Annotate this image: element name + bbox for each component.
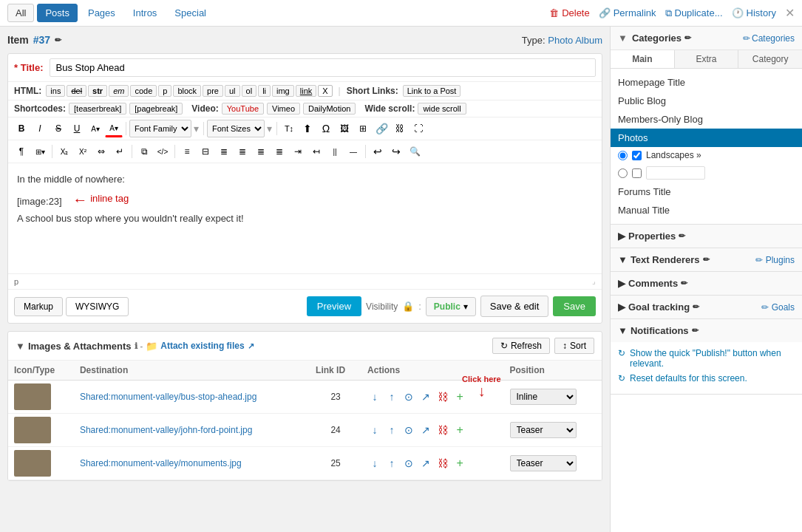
underline-btn[interactable]: U	[68, 120, 86, 137]
table-grid-btn[interactable]: ⊞▾	[31, 143, 49, 160]
font-family-select[interactable]: Font Family	[129, 120, 191, 137]
unlink-btn[interactable]: ⛓	[391, 120, 409, 137]
notifications-header[interactable]: ▼ Notifications ✏	[611, 319, 802, 342]
delete-file-btn[interactable]: ⛓	[435, 389, 450, 404]
properties-edit-icon[interactable]: ✏	[679, 231, 685, 241]
cat-item-forums[interactable]: Forums Title	[611, 183, 802, 201]
indent-btn[interactable]: T↕	[280, 120, 298, 137]
tab-special[interactable]: Special	[167, 4, 214, 21]
attach-existing-link[interactable]: Attach existing files	[160, 341, 244, 351]
html-block-btn[interactable]: block	[173, 85, 201, 97]
cat-tab-main[interactable]: Main	[611, 50, 675, 68]
delete-file-btn[interactable]: ⛓	[435, 456, 450, 471]
position-select[interactable]: InlineTeaserNoneBackground	[510, 389, 577, 405]
html-str-btn[interactable]: str	[88, 85, 107, 97]
open-link-btn[interactable]: ↗	[418, 456, 433, 471]
align-right-btn[interactable]: ≣	[252, 143, 270, 160]
preview-button[interactable]: Preview	[307, 296, 361, 316]
sort-button[interactable]: ↕ Sort	[554, 338, 594, 354]
superscript-btn[interactable]: X²	[74, 143, 92, 160]
youtube-btn[interactable]: YouTube	[222, 103, 264, 115]
html-pre-btn[interactable]: pre	[203, 85, 223, 97]
resize-handle[interactable]: ⌟	[592, 277, 596, 285]
plugins-action-link[interactable]: ✏ Plugins	[755, 255, 795, 265]
indent-out-btn[interactable]: ↤	[307, 143, 325, 160]
font-sizes-select[interactable]: Font Sizes	[207, 120, 265, 137]
pagebreak-btn[interactable]: [pagebreak]	[129, 103, 183, 115]
table-btn[interactable]: ⊞	[354, 120, 372, 137]
html-li-btn[interactable]: li	[258, 85, 271, 97]
properties-header[interactable]: ▶ Properties ✏	[611, 225, 802, 248]
delete-button[interactable]: 🗑 Delete	[549, 7, 590, 18]
html-ins-btn[interactable]: ins	[46, 85, 65, 97]
undo-btn[interactable]: ↩	[369, 143, 387, 160]
notifications-edit-icon[interactable]: ✏	[692, 326, 699, 335]
html-em-btn[interactable]: em	[109, 85, 129, 97]
ltr-btn[interactable]: ↵	[111, 143, 129, 160]
wysiwyg-tab[interactable]: WYSIWYG	[66, 297, 129, 316]
align-dropdown-btn[interactable]: A▾	[86, 120, 104, 137]
cat-item-public-blog[interactable]: Public Blog	[611, 92, 802, 110]
html-ul-btn[interactable]: ul	[225, 85, 240, 97]
close-button[interactable]: ✕	[785, 6, 795, 20]
special-chars-btn[interactable]: ⬆	[299, 120, 316, 137]
edit-id-icon[interactable]: ✏	[55, 35, 61, 45]
notif-link-1[interactable]: Show the quick "Publish!" button when re…	[630, 348, 795, 369]
teaserbreak-btn[interactable]: [teaserbreak]	[69, 103, 126, 115]
move-up-btn[interactable]: ↑	[384, 456, 399, 471]
rtl-btn[interactable]: ⇔	[92, 143, 110, 160]
find-btn[interactable]: 🔍	[406, 143, 424, 160]
goals-action-link[interactable]: ✏ Goals	[761, 302, 795, 313]
move-up-btn[interactable]: ↑	[384, 389, 399, 404]
editor-area[interactable]: In the middle of nowhere: [image:23] ← i…	[8, 163, 602, 274]
cat-item-homepage[interactable]: Homepage Title	[611, 73, 802, 92]
categories-edit-icon[interactable]: ✏	[684, 33, 691, 43]
subscript-btn[interactable]: X₂	[55, 143, 73, 160]
italic-btn[interactable]: I	[31, 120, 49, 137]
delete-file-btn[interactable]: ⛓	[435, 423, 450, 437]
sub-cat-radio-2[interactable]	[618, 168, 628, 178]
nbsp-btn[interactable]: —	[344, 143, 362, 160]
open-link-btn[interactable]: ↗	[418, 389, 433, 404]
image-btn[interactable]: 🖼	[336, 120, 353, 137]
edit-file-btn[interactable]: ⊙	[401, 389, 416, 404]
save-edit-button[interactable]: Save & edit	[480, 296, 549, 317]
cat-item-manual[interactable]: Manual Title	[611, 201, 802, 219]
bold-btn[interactable]: B	[13, 120, 30, 137]
position-select[interactable]: InlineTeaserNoneBackground	[510, 455, 577, 471]
cat-item-photos[interactable]: Photos	[611, 129, 802, 147]
comments-edit-icon[interactable]: ✏	[681, 279, 687, 288]
link-btn[interactable]: 🔗	[373, 120, 390, 137]
file-link[interactable]: Shared:monument-valley/bus-stop-ahead.jp…	[80, 392, 256, 402]
sub-cat-text-input[interactable]	[646, 166, 705, 180]
fullscreen-btn[interactable]: ⛶	[410, 120, 427, 137]
open-link-btn[interactable]: ↗	[418, 423, 433, 437]
html-x-btn[interactable]: X	[318, 85, 332, 97]
text-renderers-header[interactable]: ▼ Text Renderers ✏ ✏ Plugins	[611, 248, 802, 271]
indent-in-btn[interactable]: ⇥	[289, 143, 307, 160]
goal-tracking-header[interactable]: ▶ Goal tracking ✏ ✏ Goals	[611, 296, 802, 318]
list-ol-btn[interactable]: ⊟	[197, 143, 214, 160]
categories-action-link[interactable]: ✏ Categories	[743, 33, 795, 44]
list-ul-btn[interactable]: ≡	[178, 143, 196, 160]
align-justify-btn[interactable]: ≣	[271, 143, 288, 160]
cat-tab-category[interactable]: Category	[738, 50, 802, 68]
sub-cat-radio-1[interactable]	[618, 151, 628, 160]
sub-cat-checkbox-2[interactable]	[632, 168, 642, 178]
refresh-button[interactable]: ↻ Refresh	[492, 338, 550, 354]
dailymotion-btn[interactable]: DailyMotion	[303, 103, 356, 115]
source-btn[interactable]: </>	[154, 143, 171, 160]
strikethrough-btn[interactable]: S	[50, 120, 67, 137]
move-down-btn[interactable]: ↓	[367, 423, 382, 437]
pagebreak-editor-btn[interactable]: ||	[326, 143, 344, 160]
color-btn[interactable]: A▾	[105, 120, 123, 137]
move-down-btn[interactable]: ↓	[367, 456, 382, 471]
omega-btn[interactable]: Ω	[317, 120, 335, 137]
title-input[interactable]	[50, 58, 597, 77]
edit-file-btn[interactable]: ⊙	[401, 423, 416, 437]
html-link-btn[interactable]: link	[296, 85, 317, 97]
position-select[interactable]: InlineTeaserNoneBackground	[510, 422, 577, 438]
vimeo-btn[interactable]: Vimeo	[267, 103, 300, 115]
cat-tab-extra[interactable]: Extra	[675, 50, 739, 68]
file-link[interactable]: Shared:monument-valley/monuments.jpg	[80, 458, 242, 468]
